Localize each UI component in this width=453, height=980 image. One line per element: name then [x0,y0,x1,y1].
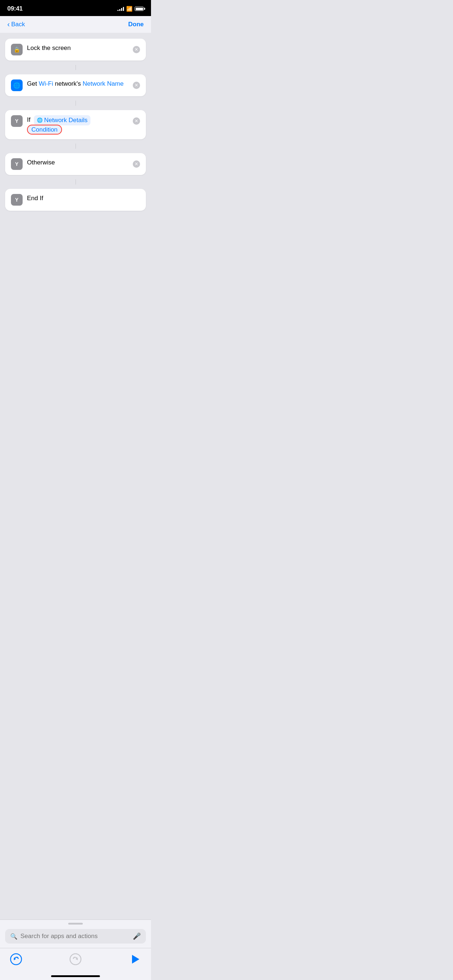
wifi-icon: 📶 [126,6,132,12]
otherwise-action: Y Otherwise [5,153,146,175]
network-name-chip[interactable]: Network Name [83,80,124,87]
network-details-label: Network Details [44,116,88,125]
back-label: Back [11,21,25,28]
if-icon: Y [11,115,22,127]
globe-icon: 🌐 [11,80,22,91]
lock-screen-action: 🔒 Lock the screen [5,39,146,60]
otherwise-text: Otherwise [27,158,128,167]
connector [75,65,76,70]
end-if-icon: Y [11,194,22,205]
condition-button[interactable]: Condition [27,125,62,135]
back-button[interactable]: ‹ Back [7,21,25,29]
if-label: If [27,116,32,123]
done-button[interactable]: Done [128,21,144,28]
nav-bar: ‹ Back Done [0,16,151,33]
get-wifi-close-button[interactable] [133,82,140,89]
connector-2 [75,100,76,106]
wifi-chip[interactable]: Wi‑Fi [39,80,53,87]
end-if-action: Y End If [5,189,146,211]
status-time: 09:41 [7,5,22,13]
get-wifi-action: 🌐 Get Wi‑Fi network's Network Name [5,75,146,96]
status-bar: 09:41 📶 [0,0,151,16]
battery-icon [135,6,144,11]
end-if-text: End If [27,194,140,203]
lock-screen-close-button[interactable] [133,46,140,53]
otherwise-icon: Y [11,158,22,170]
otherwise-close-button[interactable] [133,161,140,168]
signal-icon [118,6,124,11]
lock-icon: 🔒 [11,44,22,56]
spacer [5,215,146,295]
connector-4 [75,180,76,185]
if-condition-text: If 🌐 Network Details Condition [27,115,128,134]
network-details-chip[interactable]: 🌐 Network Details [34,115,91,126]
get-wifi-text: Get Wi‑Fi network's Network Name [27,80,128,88]
actions-list: 🔒 Lock the screen 🌐 Get Wi‑Fi network's … [0,33,151,301]
if-condition-action: Y If 🌐 Network Details Condition [5,110,146,139]
connector-3 [75,144,76,149]
lock-screen-label: Lock the screen [27,45,71,51]
if-condition-close-button[interactable] [133,118,140,125]
chevron-left-icon: ‹ [7,20,10,29]
status-icons: 📶 [118,6,144,12]
lock-screen-text: Lock the screen [27,44,128,52]
